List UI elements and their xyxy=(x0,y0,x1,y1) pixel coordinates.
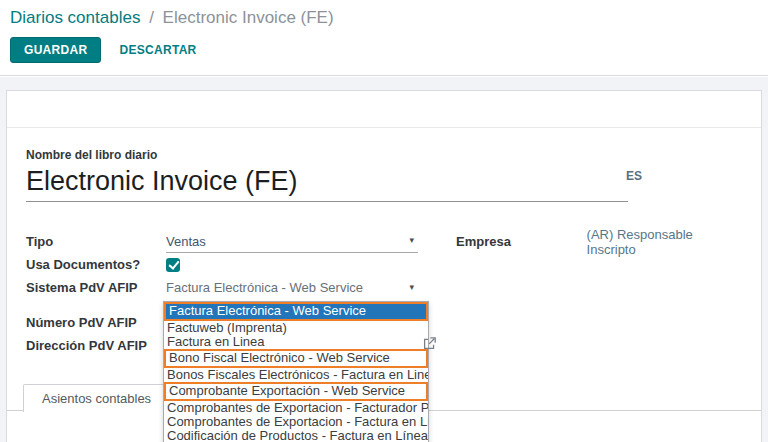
empresa-value-link[interactable]: (AR) Responsable Inscripto xyxy=(587,227,737,257)
tipo-label: Tipo xyxy=(26,234,166,249)
dropdown-option[interactable]: Comprobante Exportación - Web Service xyxy=(164,382,428,401)
translation-lang-badge[interactable]: ES xyxy=(626,169,642,183)
chevron-down-icon: ▾ xyxy=(409,282,414,292)
breadcrumb-current: Electronic Invoice (FE) xyxy=(163,8,334,27)
cp-buttons: GUARDAR DESCARTAR xyxy=(10,37,201,63)
fields-column-right: Empresa (AR) Responsable Inscripto xyxy=(456,230,737,357)
dropdown-option[interactable]: Comprobantes de Exportacion - Facturador… xyxy=(164,401,428,415)
journal-name-row: ES xyxy=(26,165,628,202)
external-link-icon[interactable] xyxy=(423,337,436,350)
empresa-label: Empresa xyxy=(456,234,587,249)
dropdown-option[interactable]: Bono Fiscal Electrónico - Web Service xyxy=(164,349,428,368)
usa-documentos-widget xyxy=(166,253,418,276)
journal-name-label: Nombre del libro diario xyxy=(26,148,737,162)
tab-asientos-contables[interactable]: Asientos contables xyxy=(23,384,170,412)
field-row-empresa: Empresa (AR) Responsable Inscripto xyxy=(456,230,737,253)
usa-documentos-label: Usa Documentos? xyxy=(26,257,166,272)
sistema-pdv-value: Factura Electrónica - Web Service xyxy=(166,280,363,295)
tipo-select[interactable]: Ventas ▾ xyxy=(166,230,418,253)
field-row-tipo: Tipo Ventas ▾ xyxy=(26,230,456,253)
save-button[interactable]: GUARDAR xyxy=(10,37,101,63)
dropdown-option[interactable]: Factura en Linea xyxy=(164,335,428,349)
breadcrumb-separator: / xyxy=(149,8,154,27)
field-row-usa-documentos: Usa Documentos? xyxy=(26,253,456,276)
sheet-top-strip xyxy=(7,91,761,128)
sistema-pdv-select[interactable]: Factura Electrónica - Web Service ▾ xyxy=(166,276,418,299)
sistema-pdv-dropdown: Factura Electrónica - Web Service Factuw… xyxy=(163,301,429,442)
dropdown-option[interactable]: Factura Electrónica - Web Service xyxy=(164,302,428,321)
dropdown-option[interactable]: Comprobantes de Exportacion - Factura en… xyxy=(164,415,428,429)
discard-button[interactable]: DESCARTAR xyxy=(115,38,200,62)
direccion-pdv-label: Dirección PdV AFIP xyxy=(26,338,166,353)
sistema-pdv-label: Sistema PdV AFIP xyxy=(26,280,166,295)
control-panel: Diarios contables / Electronic Invoice (… xyxy=(0,0,768,76)
dropdown-option[interactable]: Codificación de Productos - Factura en L… xyxy=(164,429,428,442)
journal-name-input[interactable] xyxy=(26,165,628,202)
numero-pdv-label: Número PdV AFIP xyxy=(26,315,166,330)
dropdown-option[interactable]: Bonos Fiscales Electrónicos - Factura en… xyxy=(164,368,428,382)
chevron-down-icon: ▾ xyxy=(409,235,414,245)
dropdown-option[interactable]: Factuweb (Imprenta) xyxy=(164,321,428,335)
breadcrumb-parent-link[interactable]: Diarios contables xyxy=(10,8,140,27)
breadcrumb: Diarios contables / Electronic Invoice (… xyxy=(10,8,334,28)
usa-documentos-checkbox[interactable] xyxy=(166,258,180,272)
field-row-sistema-pdv: Sistema PdV AFIP Factura Electrónica - W… xyxy=(26,276,456,299)
tipo-value: Ventas xyxy=(166,234,206,249)
